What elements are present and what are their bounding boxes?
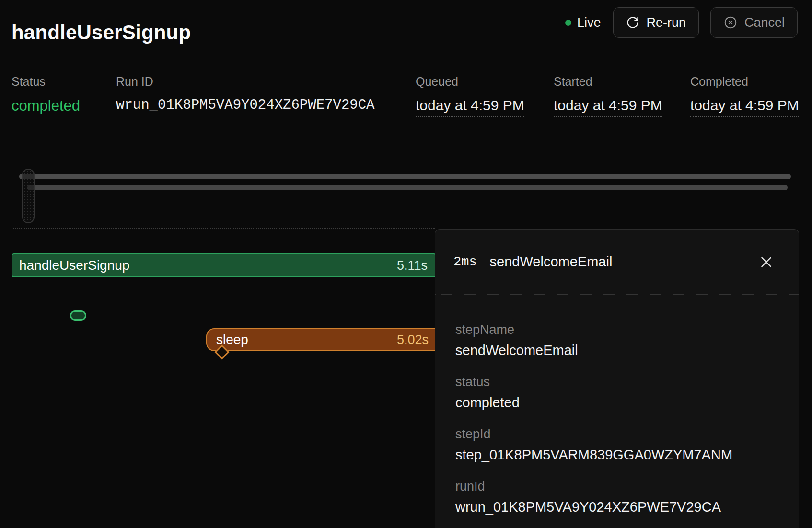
meta-completed: Completed today at 4:59 PM — [690, 75, 799, 117]
queued-value: today at 4:59 PM — [416, 97, 524, 117]
step-detail-title: sendWelcomeEmail — [490, 254, 613, 270]
run-id-value: wrun_01K8PM5VA9Y024XZ6PWE7V29CA — [116, 97, 375, 113]
meta-started: Started today at 4:59 PM — [554, 75, 662, 117]
span-bar-sleep[interactable]: sleep 5.02s — [206, 328, 436, 351]
rerun-label: Re-run — [646, 15, 686, 30]
field-label: status — [455, 374, 779, 390]
completed-label: Completed — [690, 75, 799, 89]
live-dot-icon — [565, 20, 571, 26]
span-name: sleep — [207, 332, 248, 347]
timeline-scrubber-handle[interactable] — [22, 169, 35, 223]
minimap-bar-sleep — [27, 185, 788, 190]
cancel-label: Cancel — [744, 15, 785, 30]
timeline-divider — [12, 228, 435, 229]
close-panel-button[interactable] — [757, 253, 776, 271]
cancel-button[interactable]: Cancel — [710, 7, 798, 38]
queued-label: Queued — [416, 75, 524, 89]
field-step-name: stepName sendWelcomeEmail — [455, 322, 779, 359]
status-value: completed — [12, 97, 80, 115]
step-detail-fields: stepName sendWelcomeEmail status complet… — [435, 295, 799, 516]
status-label: Status — [12, 75, 80, 89]
field-value: step_01K8PM5VARM839GGA0WZYM7ANM — [455, 446, 779, 463]
span-duration: 5.02s — [397, 333, 436, 347]
live-indicator: Live — [565, 15, 601, 30]
span-name: handleUserSignup — [12, 258, 129, 273]
field-run-id: runId wrun_01K8PM5VA9Y024XZ6PWE7V29CA — [455, 479, 779, 516]
field-value: completed — [455, 394, 779, 411]
field-step-id: stepId step_01K8PM5VARM839GGA0WZYM7ANM — [455, 426, 779, 463]
live-label: Live — [577, 15, 601, 30]
step-detail-header: 2ms sendWelcomeEmail — [435, 230, 799, 295]
meta-queued: Queued today at 4:59 PM — [416, 75, 524, 117]
meta-run-id: Run ID wrun_01K8PM5VA9Y024XZ6PWE7V29CA — [116, 75, 375, 113]
minimap-bar-root — [19, 174, 791, 179]
step-duration-badge: 2ms — [453, 255, 477, 269]
workflow-run-page: handleUserSignup Live Re-run — [0, 0, 812, 528]
refresh-icon — [626, 16, 639, 29]
started-label: Started — [554, 75, 662, 89]
field-label: stepName — [455, 322, 779, 337]
started-value: today at 4:59 PM — [554, 97, 662, 117]
step-marker-sendWelcomeEmail[interactable] — [70, 310, 86, 321]
step-detail-panel: 2ms sendWelcomeEmail stepName sendWelcom… — [435, 229, 799, 528]
field-label: stepId — [455, 426, 779, 442]
field-label: runId — [455, 479, 779, 494]
page-title: handleUserSignup — [12, 21, 191, 44]
span-bar-handleUserSignup[interactable]: handleUserSignup 5.11s — [12, 253, 436, 277]
field-value: sendWelcomeEmail — [455, 342, 779, 359]
rerun-button[interactable]: Re-run — [613, 7, 699, 38]
field-status: status completed — [455, 374, 779, 411]
header-divider — [12, 141, 799, 141]
completed-value: today at 4:59 PM — [690, 97, 799, 117]
span-duration: 5.11s — [397, 258, 435, 273]
field-value: wrun_01K8PM5VA9Y024XZ6PWE7V29CA — [455, 498, 779, 516]
meta-status: Status completed — [12, 75, 80, 115]
run-id-label: Run ID — [116, 75, 375, 89]
close-icon — [759, 264, 774, 271]
topbar-actions: Live Re-run Cancel — [565, 7, 798, 38]
cancel-circle-x-icon — [723, 15, 738, 30]
